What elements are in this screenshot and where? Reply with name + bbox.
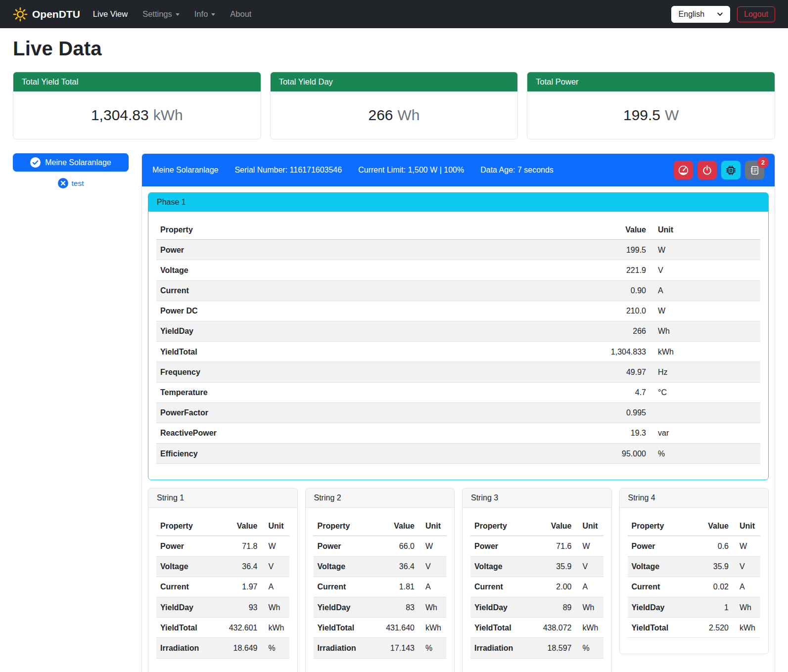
unit-cell: V — [262, 556, 289, 577]
property-cell: Current — [470, 577, 532, 597]
unit-cell: % — [650, 444, 760, 464]
sidebar-item-selected-inverter[interactable]: Meine Solaranlage — [13, 153, 129, 172]
property-cell: Frequency — [156, 362, 576, 382]
unit-cell: W — [650, 240, 760, 260]
unit-cell: A — [576, 577, 603, 597]
table-row: Power66.0W — [314, 536, 447, 556]
nav-about[interactable]: About — [230, 9, 251, 19]
table-row: PowerFactor0.995 — [156, 403, 760, 423]
table-header-row: PropertyValueUnit — [156, 220, 760, 240]
caret-down-icon — [211, 13, 215, 16]
sidebar-item-test-inverter[interactable]: test — [13, 178, 129, 188]
page-title: Live Data — [13, 38, 775, 60]
unit-cell: °C — [650, 382, 760, 403]
sidebar-item-label: Meine Solaranlage — [45, 158, 111, 167]
inverter-sidebar: Meine Solaranlage test — [13, 153, 129, 188]
value-cell: 0.995 — [576, 403, 650, 423]
strings-row: String 1 PropertyValueUnit Power71.8WVol… — [148, 488, 769, 672]
power-button[interactable] — [697, 161, 717, 179]
unit-cell: A — [262, 577, 289, 597]
table-row: Voltage36.4V — [156, 556, 289, 577]
table-row: YieldTotal431.640kWh — [314, 618, 447, 638]
column-header: Value — [689, 516, 733, 536]
x-circle-icon — [58, 178, 68, 188]
property-cell: YieldDay — [470, 597, 532, 618]
string-4-table: PropertyValueUnit Power0.6WVoltage35.9VC… — [628, 516, 761, 638]
property-cell: ReactivePower — [156, 423, 576, 443]
table-row: Power DC210.0W — [156, 301, 760, 321]
string-title: String 2 — [306, 489, 455, 508]
value-cell: 210.0 — [576, 301, 650, 321]
property-cell: Power — [628, 536, 690, 556]
property-cell: YieldDay — [314, 597, 375, 618]
card-value: 199.5 — [623, 107, 660, 124]
value-cell: 0.02 — [689, 577, 733, 597]
language-select[interactable]: English — [671, 6, 730, 23]
table-row: YieldTotal438.072kWh — [470, 618, 603, 638]
table-row: Voltage35.9V — [628, 556, 761, 577]
property-cell: Voltage — [156, 556, 218, 577]
value-cell: 1,304.833 — [576, 342, 650, 362]
property-cell: YieldTotal — [628, 618, 690, 638]
limit-settings-button[interactable] — [674, 161, 693, 179]
value-cell: 17.143 — [375, 638, 418, 658]
table-row: YieldDay93Wh — [156, 597, 289, 618]
card-unit: W — [665, 107, 679, 124]
card-title: Total Yield Total — [13, 72, 261, 91]
chevron-down-icon — [717, 12, 723, 16]
value-cell: 93 — [218, 597, 262, 618]
table-row: Power71.8W — [156, 536, 289, 556]
table-row: Current1.81A — [314, 577, 447, 597]
property-cell: Irradiation — [470, 638, 532, 658]
table-row: YieldTotal1,304.833kWh — [156, 342, 760, 362]
caret-down-icon — [176, 13, 180, 16]
event-log-button[interactable]: 2 — [745, 161, 764, 179]
value-cell: 0.6 — [689, 536, 733, 556]
brand-title: OpenDTU — [32, 8, 80, 20]
value-cell: 49.97 — [576, 362, 650, 382]
inverter-data-age: Data Age: 7 seconds — [480, 166, 554, 175]
table-row: Current2.00A — [470, 577, 603, 597]
value-cell: 199.5 — [576, 240, 650, 260]
logout-button[interactable]: Logout — [737, 6, 775, 22]
nav-live-view-label: Live View — [93, 9, 128, 19]
string-1-card: String 1 PropertyValueUnit Power71.8WVol… — [148, 488, 298, 672]
value-cell: 0.90 — [576, 280, 650, 301]
table-row: Irradiation17.143% — [314, 638, 447, 658]
column-header: Unit — [650, 220, 760, 240]
unit-cell — [650, 403, 760, 423]
phase-panel: Phase 1 PropertyValueUnit Power199.5WVol… — [148, 192, 769, 480]
unit-cell: % — [262, 638, 289, 658]
unit-cell: kWh — [733, 618, 760, 638]
language-value: English — [679, 10, 704, 19]
card-value: 1,304.83 — [91, 107, 149, 124]
property-cell: PowerFactor — [156, 403, 576, 423]
property-cell: Irradiation — [156, 638, 218, 658]
nav-settings[interactable]: Settings — [142, 9, 180, 19]
property-cell: Power — [314, 536, 375, 556]
table-row: Voltage35.9V — [470, 556, 603, 577]
unit-cell: W — [733, 536, 760, 556]
nav-info[interactable]: Info — [194, 9, 216, 19]
total-yield-day-card: Total Yield Day 266 Wh — [270, 72, 518, 139]
value-cell: 36.4 — [375, 556, 418, 577]
column-header: Property — [470, 516, 532, 536]
nav-info-label: Info — [194, 9, 208, 19]
device-info-button[interactable] — [721, 161, 741, 179]
property-cell: YieldDay — [628, 597, 690, 618]
unit-cell: Wh — [576, 597, 603, 618]
table-row: YieldTotal2.520kWh — [628, 618, 761, 638]
value-cell: 35.9 — [532, 556, 576, 577]
table-row: Current0.02A — [628, 577, 761, 597]
unit-cell: Wh — [650, 321, 760, 341]
unit-cell: Wh — [418, 597, 446, 618]
table-row: ReactivePower19.3var — [156, 423, 760, 443]
value-cell: 83 — [375, 597, 418, 618]
cpu-icon — [725, 164, 737, 177]
value-cell: 95.000 — [576, 444, 650, 464]
brand[interactable]: OpenDTU — [13, 7, 80, 22]
nav-live-view[interactable]: Live View — [93, 9, 128, 19]
unit-cell: kWh — [418, 618, 446, 638]
unit-cell: % — [576, 638, 603, 658]
property-cell: Voltage — [470, 556, 532, 577]
